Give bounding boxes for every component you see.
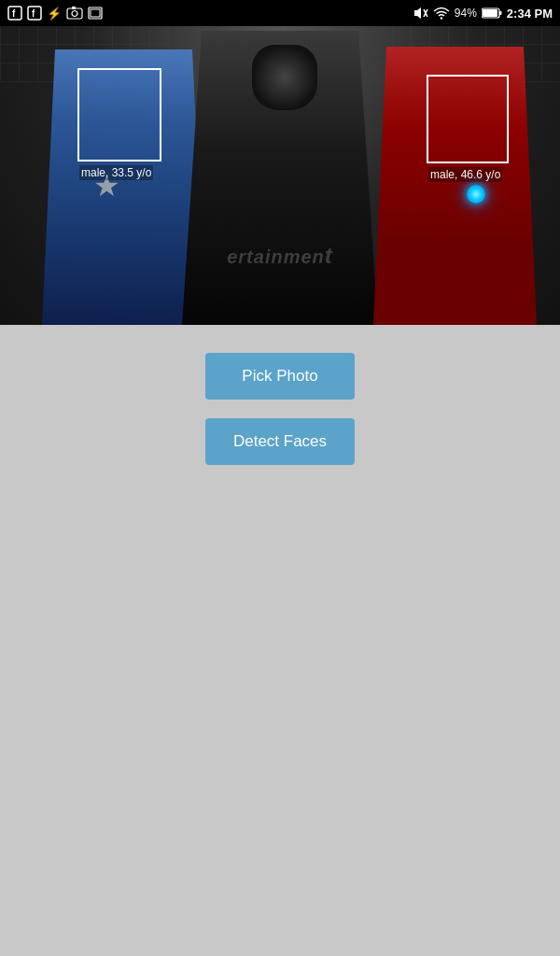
- usb-icon: ⚡: [47, 7, 62, 21]
- svg-rect-6: [72, 7, 76, 9]
- camera-icon: [66, 7, 83, 20]
- status-bar-left: f f ⚡: [7, 6, 103, 21]
- svg-rect-4: [67, 8, 82, 19]
- status-bar-right: 94% 2:34 PM: [413, 7, 553, 21]
- pick-photo-button[interactable]: Pick Photo: [205, 353, 355, 400]
- svg-rect-8: [91, 9, 100, 17]
- watermark: ertainment: [227, 243, 333, 269]
- mute-icon: [413, 7, 428, 20]
- battery-icon: [482, 7, 502, 19]
- svg-point-12: [441, 17, 442, 19]
- buttons-area: Pick Photo Detect Faces: [0, 325, 560, 493]
- svg-point-5: [72, 11, 77, 17]
- detect-faces-button[interactable]: Detect Faces: [205, 418, 355, 465]
- svg-rect-14: [483, 9, 497, 17]
- svg-rect-15: [499, 11, 502, 15]
- screenshot-icon: [88, 7, 103, 20]
- bottom-filler: [0, 493, 560, 956]
- status-bar: f f ⚡: [0, 0, 560, 26]
- facebook-icon-1: f: [7, 6, 22, 21]
- wifi-icon: [433, 7, 450, 20]
- svg-marker-9: [414, 7, 421, 19]
- battery-percent: 94%: [455, 7, 477, 20]
- face-label-right: male, 46.6 y/o: [428, 167, 502, 182]
- facebook-icon-2: f: [27, 6, 42, 21]
- face-label-left: male, 33.5 y/o: [79, 165, 153, 180]
- arc-reactor: [467, 185, 485, 204]
- status-time: 2:34 PM: [507, 7, 553, 21]
- svg-text:f: f: [32, 8, 35, 19]
- svg-text:f: f: [12, 8, 16, 19]
- panther-mask: [252, 45, 317, 110]
- image-container: ★ ertainment male, 33.5 y/o male, 46.6 y…: [0, 26, 560, 325]
- face-box-left: male, 33.5 y/o: [77, 68, 161, 162]
- face-box-right: male, 46.6 y/o: [427, 75, 509, 163]
